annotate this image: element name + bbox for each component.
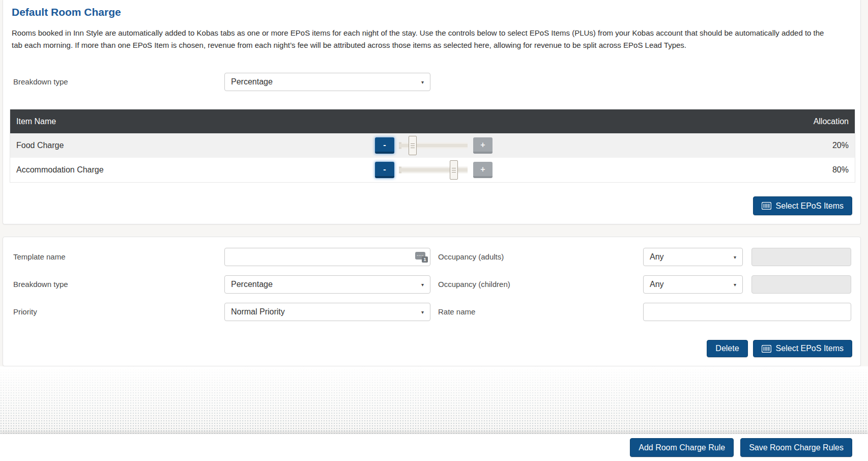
rate-name-label: Rate name — [438, 303, 475, 321]
slider-handle[interactable] — [409, 136, 417, 155]
add-room-charge-rule-label: Add Room Charge Rule — [639, 443, 725, 452]
occupancy-children-select[interactable]: Any ▾ — [643, 275, 743, 294]
column-header-item-name: Item Name — [16, 117, 56, 126]
rule-breakdown-type-select[interactable]: Percentage ▾ — [224, 275, 430, 294]
dotted-background — [0, 366, 868, 434]
save-room-charge-rules-label: Save Room Charge Rules — [749, 443, 844, 452]
default-room-charge-panel: Default Room Charge Rooms booked in Inn … — [3, 0, 861, 224]
table-row: Accommodation Charge - + 80% — [10, 158, 855, 182]
priority-label: Priority — [13, 303, 37, 321]
caret-down-icon: ▾ — [734, 282, 736, 287]
page-title: Default Room Charge — [12, 6, 121, 18]
slider-grip-icon — [411, 143, 415, 148]
occupancy-children-count-input — [751, 275, 851, 294]
delete-button[interactable]: Delete — [707, 340, 747, 357]
caret-down-icon: ▾ — [734, 254, 736, 260]
breakdown-type-label: Breakdown type — [13, 275, 68, 294]
table-row: Food Charge - + 20% — [10, 133, 855, 158]
select-epos-items-label: Select EPoS Items — [776, 344, 844, 353]
caret-down-icon: ▾ — [421, 79, 424, 85]
allocation-value: 20% — [832, 133, 849, 158]
bottom-action-bar: Add Room Charge Rule Save Room Charge Ru… — [0, 434, 868, 461]
item-name-cell: Food Charge — [16, 133, 64, 158]
slider-grip-icon — [452, 168, 456, 172]
decrease-allocation-button[interactable]: - — [375, 137, 394, 154]
rule-breakdown-type-selected-value: Percentage — [231, 280, 273, 289]
column-header-allocation: Allocation — [814, 117, 849, 126]
allocation-slider[interactable] — [399, 158, 468, 182]
select-epos-items-button[interactable]: Select EPoS Items — [753, 196, 852, 215]
slider-handle[interactable] — [450, 160, 458, 180]
delete-label: Delete — [715, 344, 739, 353]
caret-down-icon: ▾ — [421, 309, 424, 315]
epos-items-table: Item Name Allocation Food Charge - + 20%… — [10, 109, 855, 183]
breakdown-type-select[interactable]: Percentage ▾ — [224, 73, 430, 91]
template-name-input[interactable] — [224, 248, 430, 266]
occupancy-adults-count-input — [751, 248, 851, 266]
priority-select[interactable]: Normal Priority ▾ — [224, 303, 430, 321]
allocation-value: 80% — [832, 158, 849, 182]
decrease-allocation-button[interactable]: - — [375, 162, 394, 178]
room-charge-settings-page: Default Room Charge Rooms booked in Inn … — [0, 0, 868, 461]
table-header: Item Name Allocation — [10, 109, 855, 133]
barcode-icon — [762, 202, 771, 210]
occupancy-children-label: Occupancy (children) — [438, 275, 510, 294]
room-charge-rule-panel: Template name ∙∙∙∙ 1 Occupancy (adults) … — [3, 237, 861, 366]
rate-name-input[interactable] — [643, 303, 851, 321]
select-epos-items-label: Select EPoS Items — [776, 201, 844, 211]
autofill-manager-icon[interactable]: ∙∙∙∙ 1 — [415, 252, 425, 260]
occupancy-adults-selected-value: Any — [650, 252, 664, 262]
add-room-charge-rule-button[interactable]: Add Room Charge Rule — [630, 438, 734, 457]
select-epos-items-button[interactable]: Select EPoS Items — [753, 340, 852, 357]
increase-allocation-button[interactable]: + — [473, 162, 493, 178]
autofill-badge: 1 — [422, 256, 428, 263]
allocation-slider[interactable] — [399, 133, 468, 158]
barcode-icon — [762, 345, 771, 353]
item-name-cell: Accommodation Charge — [16, 158, 104, 182]
priority-selected-value: Normal Priority — [231, 307, 285, 316]
description-text: Rooms booked in Inn Style are automatica… — [12, 27, 826, 51]
breakdown-type-selected-value: Percentage — [231, 77, 273, 87]
occupancy-adults-label: Occupancy (adults) — [438, 248, 504, 266]
increase-allocation-button[interactable]: + — [473, 137, 493, 154]
save-room-charge-rules-button[interactable]: Save Room Charge Rules — [740, 438, 852, 457]
occupancy-children-selected-value: Any — [650, 280, 664, 289]
template-name-label: Template name — [13, 248, 66, 266]
breakdown-type-label: Breakdown type — [13, 73, 68, 91]
caret-down-icon: ▾ — [421, 282, 424, 287]
occupancy-adults-select[interactable]: Any ▾ — [643, 248, 743, 266]
